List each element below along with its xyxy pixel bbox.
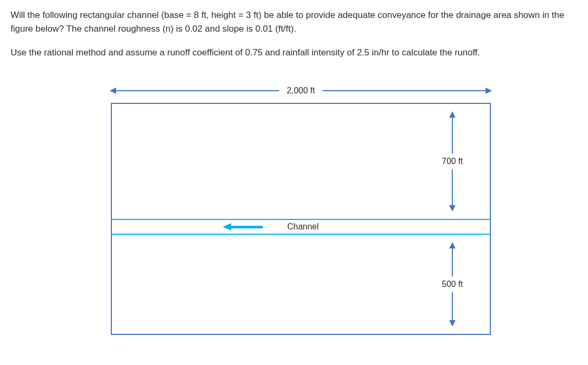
question-paragraph-1: Will the following rectangular channel (… [11,8,577,36]
channel-label: Channel [287,222,319,232]
arrow-down-icon [452,169,453,210]
upper-height-label: 700 ft [442,153,463,169]
lower-height-dimension: 500 ft [434,243,471,325]
drainage-area-box: 700 ft Channel 500 ft [111,103,491,335]
drainage-figure: 2,000 ft 700 ft Channel 500 ft [111,86,491,335]
arrow-up-icon [452,243,453,276]
channel-flow-arrow [223,223,263,230]
arrow-right-icon [323,90,491,91]
arrow-left-icon [111,90,279,91]
question-text: Will the following rectangular channel (… [11,8,577,60]
upper-drainage-zone: 700 ft [112,104,490,219]
lower-height-label: 500 ft [442,276,463,292]
arrow-up-icon [452,112,453,153]
lower-drainage-zone: 500 ft [112,235,490,334]
flow-arrow-left-icon [223,223,231,230]
question-paragraph-2: Use the rational method and assume a run… [11,46,577,60]
channel: Channel [112,219,490,235]
flow-arrow-shaft [231,226,263,228]
upper-height-dimension: 700 ft [434,112,471,210]
width-dimension: 2,000 ft [111,86,491,95]
width-dimension-label: 2,000 ft [287,86,315,95]
arrow-down-icon [452,292,453,325]
